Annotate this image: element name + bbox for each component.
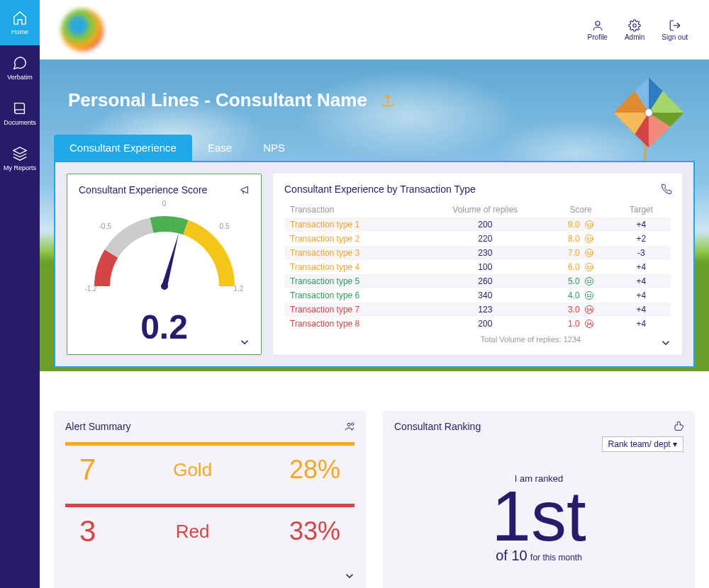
table-row[interactable]: Transaction type 71233.0 +4	[284, 303, 671, 317]
main-panel: Consultant Experience Score 0 -0.5 0.5 -…	[54, 161, 695, 368]
tx-volume: 123	[420, 303, 549, 317]
tab-label: Consultant Experience	[69, 142, 177, 154]
svg-point-2	[633, 23, 637, 27]
tx-volume: 340	[420, 288, 549, 303]
tx-target: +4	[612, 260, 671, 274]
chevron-down-icon[interactable]	[343, 570, 356, 582]
rank-of: of 10	[496, 548, 527, 563]
sidebar-item-home[interactable]: Home	[0, 0, 40, 45]
gauge-tick: -0.5	[99, 222, 111, 230]
tx-name: Transaction type 5	[284, 274, 420, 288]
gauge-tick: -1.2	[85, 285, 97, 293]
tx-volume: 220	[420, 232, 549, 246]
share-icon[interactable]	[380, 93, 396, 108]
tx-name: Transaction type 3	[284, 246, 420, 260]
table-row[interactable]: Transaction type 32307.0 -3	[284, 246, 671, 260]
gauge-chart: 0 -0.5 0.5 -1.2 1.2	[79, 201, 250, 315]
transactions-title: Consultant Experience by Transaction Typ…	[284, 183, 671, 195]
gauge-tick: 1.2	[234, 285, 244, 293]
profile-button[interactable]: Profile	[588, 19, 608, 41]
sidebar-item-verbatim[interactable]: Verbatim	[0, 45, 40, 91]
chat-icon	[12, 55, 28, 71]
tx-score: 7.0	[549, 246, 612, 260]
lower-section: Alert Summary 7Gold28%3Red33% Consultant…	[40, 397, 709, 588]
tx-volume: 200	[420, 217, 549, 232]
tx-name: Transaction type 7	[284, 303, 420, 317]
tx-target: +4	[612, 288, 671, 303]
tab-nps[interactable]: NPS	[247, 135, 301, 161]
tx-score: 9.0	[549, 217, 612, 232]
topbar: Profile Admin Sign out	[40, 0, 709, 60]
sidebar-label: Home	[11, 28, 28, 35]
col-volume: Volume of replies	[420, 202, 549, 217]
tx-score: 8.0	[549, 232, 612, 246]
tab-consultant-experience[interactable]: Consultant Experience	[54, 135, 192, 161]
users-icon[interactable]	[345, 421, 356, 432]
table-row[interactable]: Transaction type 63404.0 +4	[284, 288, 671, 303]
tx-score: 4.0	[549, 288, 612, 303]
megaphone-icon[interactable]	[240, 184, 251, 196]
chevron-down-icon[interactable]	[659, 337, 672, 349]
gauge-title: Consultant Experience Score	[79, 184, 250, 196]
chevron-down-icon[interactable]	[238, 336, 251, 349]
face-icon	[585, 263, 593, 271]
gauge-tick: 0	[162, 200, 167, 208]
table-row[interactable]: Transaction type 22208.0 +2	[284, 232, 671, 246]
alert-percent: 33%	[289, 516, 340, 546]
book-icon	[12, 101, 28, 116]
total-replies: Total Volume of replies: 1234	[284, 335, 671, 344]
logo	[61, 9, 104, 51]
tab-ease[interactable]: Ease	[192, 135, 247, 161]
col-transaction: Transaction	[284, 202, 420, 217]
sidebar-label: Documents	[4, 119, 36, 126]
layers-icon	[12, 146, 28, 162]
signout-icon	[669, 19, 681, 32]
hero: Personal Lines - Consultant Name Consult…	[40, 60, 709, 371]
tx-target: +4	[612, 303, 671, 317]
admin-button[interactable]: Admin	[625, 19, 644, 41]
tx-name: Transaction type 6	[284, 288, 420, 303]
signout-button[interactable]: Sign out	[661, 19, 688, 41]
face-icon	[585, 320, 593, 328]
alert-row: 3Red33%	[65, 504, 354, 555]
alert-label: Red	[176, 521, 210, 543]
tabs: Consultant Experience Ease NPS	[54, 132, 695, 161]
svg-marker-0	[13, 147, 26, 154]
table-row[interactable]: Transaction type 82001.0 +4	[284, 317, 671, 331]
tx-volume: 200	[420, 317, 549, 331]
rank-filter-dropdown[interactable]: Rank team/ dept ▾	[602, 436, 683, 452]
tx-name: Transaction type 8	[284, 317, 420, 331]
tx-target: +4	[612, 274, 671, 288]
admin-label: Admin	[625, 33, 644, 41]
sidebar-label: Verbatim	[7, 74, 33, 81]
table-row[interactable]: Transaction type 41006.0 +4	[284, 260, 671, 274]
tx-target: -3	[612, 246, 671, 260]
transactions-card: Consultant Experience by Transaction Typ…	[273, 174, 682, 355]
sidebar-item-documents[interactable]: Documents	[0, 91, 40, 136]
face-icon	[585, 220, 593, 229]
table-row[interactable]: Transaction type 12009.0 +4	[284, 217, 671, 232]
alert-label: Gold	[173, 459, 212, 481]
tx-volume: 230	[420, 246, 549, 260]
rank-value: 1st	[394, 484, 683, 548]
tx-score: 5.0	[549, 274, 612, 288]
tx-name: Transaction type 4	[284, 260, 420, 274]
col-score: Score	[549, 202, 612, 217]
transactions-table: Transaction Volume of replies Score Targ…	[284, 202, 671, 331]
face-icon	[585, 305, 593, 314]
svg-point-1	[596, 21, 600, 26]
gear-icon	[628, 19, 641, 32]
tx-volume: 260	[420, 274, 549, 288]
phone-icon[interactable]	[661, 183, 672, 195]
thumbs-up-icon[interactable]	[674, 421, 685, 432]
sidebar-label: My Reports	[4, 164, 36, 171]
gauge-card: Consultant Experience Score 0 -0.5 0.5 -…	[67, 174, 262, 355]
sidebar-item-myreports[interactable]: My Reports	[0, 136, 40, 181]
tx-score: 1.0	[549, 317, 612, 331]
table-row[interactable]: Transaction type 52605.0 +4	[284, 274, 671, 288]
signout-label: Sign out	[661, 33, 688, 41]
tx-target: +4	[612, 317, 671, 331]
face-icon	[585, 249, 593, 257]
alert-row: 7Gold28%	[65, 442, 354, 494]
alerts-title: Alert Summary	[65, 421, 354, 432]
